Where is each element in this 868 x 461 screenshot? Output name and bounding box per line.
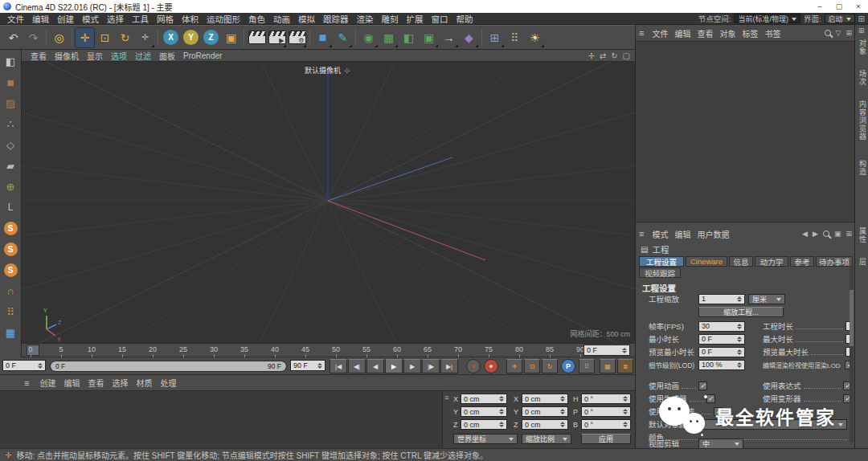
spinner-icon[interactable] (316, 363, 322, 369)
menu-item-mograph[interactable]: 运动图形 (203, 13, 244, 25)
menu-icon[interactable]: ≡ (639, 28, 644, 38)
material-menu-select[interactable]: 选择 (108, 377, 132, 389)
coord-size-mode-dropdown[interactable]: 缩放比例 (522, 434, 571, 444)
search-icon[interactable] (823, 230, 829, 237)
menu-item-tracker[interactable]: 跟踪器 (319, 13, 353, 25)
tab-info[interactable]: 信息 (729, 256, 753, 267)
material-menu-create[interactable]: 创建 (35, 377, 59, 389)
previous-frame-button[interactable]: ◀ (366, 359, 384, 373)
history-forward-icon[interactable]: ▶ (813, 230, 818, 238)
workplane-icon[interactable]: L (1, 198, 20, 217)
scale-project-button[interactable]: 缩放工程... (698, 307, 784, 317)
goto-end-button[interactable]: ▶| (440, 359, 458, 373)
goto-start-button[interactable]: |◀ (330, 359, 347, 373)
menu-icon[interactable]: ≡ (444, 394, 448, 402)
spinner-icon[interactable] (620, 348, 627, 353)
scrollbar-thumb[interactable] (850, 290, 854, 346)
viewport-canvas[interactable]: Y Z X (22, 62, 635, 343)
previous-key-button[interactable]: ◀| (348, 359, 366, 373)
menu-item-sculpt[interactable]: 雕刻 (378, 13, 403, 25)
dolly-view-icon[interactable]: ⇄ (600, 51, 606, 60)
maximize-button[interactable]: ▢ (829, 0, 849, 13)
lod-field[interactable]: 100 % (698, 360, 745, 370)
next-frame-button[interactable]: ▶ (403, 359, 421, 373)
am-menu-userdata[interactable]: 用户数据 (694, 228, 732, 240)
dock-menu-icon[interactable]: ⊞ (858, 27, 865, 35)
subdivision-surface-icon[interactable]: ◉ (358, 27, 379, 48)
tab-project-settings[interactable]: 工程设置 (639, 256, 684, 267)
key-scale-toggle[interactable]: ⊡ (524, 359, 540, 373)
menu-icon[interactable]: ≡ (639, 229, 644, 239)
node-space-dropdown[interactable]: 当前(标准/物理) (734, 14, 800, 23)
menu-item-animate[interactable]: 动画 (269, 13, 294, 25)
render-settings-icon[interactable]: ⚙ (287, 27, 307, 48)
menu-item-extensions[interactable]: 扩展 (403, 13, 428, 25)
material-menu-edit[interactable]: 编辑 (59, 377, 84, 389)
mograph-icon[interactable]: ⊞ (485, 27, 505, 48)
object-manager-list[interactable] (636, 41, 854, 222)
material-menu-process[interactable]: 处理 (156, 377, 180, 389)
dock-tab-takes[interactable]: 场次 (858, 70, 868, 86)
snap-icon[interactable]: S (1, 218, 20, 238)
menu-item-simulate[interactable]: 模拟 (294, 13, 319, 25)
polygons-mode-icon[interactable]: ▰ (1, 156, 20, 175)
spinner-icon[interactable] (497, 422, 504, 427)
spinner-icon[interactable] (735, 324, 742, 329)
material-manager-panel[interactable]: ≡ X 0 cm X 0 cm H 0 ° Y 0 cm Y 0 cm P 0 … (0, 391, 635, 448)
coord-position-x-field[interactable]: 0 cm (461, 394, 507, 404)
dock-tab-objects[interactable]: 对象 (858, 39, 868, 55)
menu-item-select[interactable]: 选择 (103, 13, 128, 25)
axis-x-lock-icon[interactable]: X (161, 27, 181, 48)
snap-settings-icon[interactable]: S (1, 260, 20, 279)
layout-icon[interactable]: ⊞ (845, 230, 852, 238)
spline-pen-icon[interactable]: ✎ (333, 27, 353, 48)
viewport-menu-display[interactable]: 显示 (83, 50, 107, 62)
material-menu-material[interactable]: 材质 (132, 377, 156, 389)
record-button[interactable]: ● (466, 359, 481, 373)
key-pla-toggle[interactable]: ⠿ (579, 359, 595, 373)
current-frame-field[interactable]: 0 F (2, 360, 46, 371)
ruler-frame-field[interactable]: 0 F (583, 345, 630, 356)
preview-range-slider[interactable]: 0 F 90 F (50, 361, 287, 372)
workplane-grid-icon[interactable]: ▦ (1, 323, 20, 342)
spinner-icon[interactable] (735, 349, 742, 355)
om-menu-object[interactable]: 对象 (716, 27, 739, 39)
array-generator-icon[interactable]: ▦ (379, 27, 399, 48)
viewport[interactable]: Y Z X 默认摄像机 ⊹ 网格间距：500 cm (22, 62, 635, 343)
menu-item-edit[interactable]: 编辑 (28, 13, 53, 25)
spinner-icon[interactable] (559, 396, 565, 402)
om-menu-file[interactable]: 文件 (649, 27, 671, 39)
viewport-menu-view[interactable]: 查看 (27, 50, 51, 62)
scale-tool-icon[interactable]: ⊡ (95, 27, 115, 48)
make-editable-icon[interactable]: ◧ (1, 51, 20, 71)
minimize-button[interactable]: – (810, 0, 829, 13)
preview-min-field[interactable]: 0 F (698, 347, 745, 357)
apply-button[interactable]: 应用 (581, 434, 631, 444)
render-view-icon[interactable] (247, 27, 267, 48)
key-position-toggle[interactable]: ✛ (506, 359, 522, 373)
points-mode-icon[interactable]: ∴ (1, 114, 20, 133)
tracer-icon[interactable]: → (439, 27, 459, 48)
pan-view-icon[interactable]: ✛ (588, 51, 594, 60)
menu-item-character[interactable]: 角色 (244, 13, 269, 25)
filter-icon[interactable]: ▽ (836, 29, 841, 37)
preview-range-bar[interactable]: 0 F 90 F (51, 361, 286, 371)
dock-tab-content-browser[interactable]: 内容浏览器 (858, 100, 868, 141)
end-frame-field[interactable]: 90 F (290, 360, 326, 371)
tab-video-tracking[interactable]: 视频跟踪 (639, 267, 681, 278)
tab-todo[interactable]: 待办事项 (816, 256, 853, 267)
view-clipping-dropdown[interactable]: 中 (698, 439, 743, 449)
menu-item-tools[interactable]: 工具 (128, 13, 153, 25)
layout-icon[interactable]: ⊞ (858, 14, 865, 23)
viewport-menu-prorender[interactable]: ProRender (179, 51, 226, 60)
edges-mode-icon[interactable]: ◇ (1, 135, 20, 154)
camera-gizmo-icon[interactable]: ⊹ (344, 67, 350, 75)
spinner-icon[interactable] (559, 422, 565, 427)
am-menu-mode[interactable]: 模式 (649, 228, 671, 240)
model-mode-icon[interactable]: ■ (1, 72, 20, 92)
keyframe-grid-icon[interactable]: ▦ (600, 359, 616, 373)
coord-rotation-h-field[interactable]: 0 ° (581, 394, 631, 404)
coord-position-z-field[interactable]: 0 cm (461, 419, 507, 430)
coord-size-x-field[interactable]: 0 cm (522, 394, 568, 404)
key-rotation-toggle[interactable]: ↻ (542, 359, 558, 373)
